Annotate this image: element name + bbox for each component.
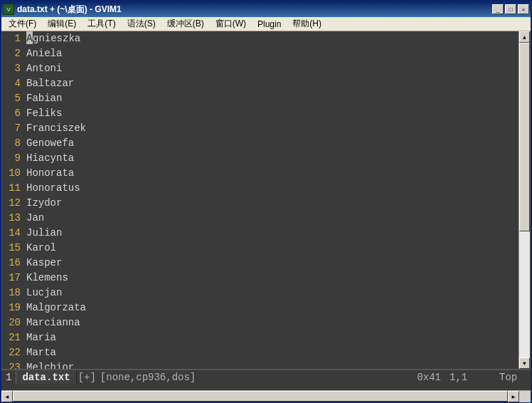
editor-line[interactable]: Jan (26, 211, 518, 226)
editor-line[interactable]: Melchior (26, 360, 518, 370)
line-text: gnieszka (33, 33, 80, 44)
menu-help[interactable]: 帮助(H) (288, 16, 326, 31)
window-controls: _ □ × (492, 4, 529, 14)
status-filename: data.txt (16, 370, 76, 384)
vscroll-track[interactable] (519, 43, 530, 357)
line-number: 6 (2, 106, 21, 121)
line-number: 12 (2, 196, 21, 211)
line-number: 21 (2, 330, 21, 345)
minimize-button[interactable]: _ (492, 4, 504, 14)
menu-buffers[interactable]: 缓冲区(B) (163, 16, 208, 31)
menu-syntax[interactable]: 语法(S) (123, 16, 160, 31)
menu-file[interactable]: 文件(F) (4, 16, 41, 31)
editor-line[interactable]: Lucjan (26, 286, 518, 300)
line-number: 17 (2, 271, 21, 286)
editor-line[interactable]: Izydor (26, 196, 518, 211)
line-number: 23 (2, 360, 21, 370)
vscroll-thumb[interactable] (519, 43, 530, 231)
line-number: 16 (2, 256, 21, 271)
editor-line[interactable]: Feliks (26, 106, 518, 121)
line-number: 9 (2, 151, 21, 166)
hscroll-thumb[interactable] (13, 391, 508, 402)
editor-line[interactable]: Klemens (26, 271, 518, 286)
editor-line[interactable]: Honorata (26, 166, 518, 181)
titlebar[interactable]: V data.txt + (~\桌面) - GVIM1 _ □ × (1, 1, 531, 17)
status-scroll-position: Top (495, 372, 531, 383)
line-number: 13 (2, 211, 21, 226)
editor-line[interactable]: Hiacynta (26, 151, 518, 166)
statusbar: 1 data.txt [+] [none,cp936,dos] 0x41 1,1… (1, 370, 531, 384)
maximize-button[interactable]: □ (505, 4, 516, 14)
window-title: data.txt + (~\桌面) - GVIM1 (17, 4, 492, 16)
line-number: 1 (2, 31, 21, 46)
menu-window[interactable]: 窗口(W) (211, 16, 250, 31)
hscroll-track[interactable] (13, 391, 508, 402)
vertical-scrollbar[interactable]: ▲ ▼ (518, 31, 530, 369)
editor-line[interactable]: Malgorzata (26, 300, 518, 315)
editor-line[interactable]: Baltazar (26, 76, 518, 91)
status-fileinfo: [none,cp936,dos] (100, 372, 200, 383)
scroll-down-button[interactable]: ▼ (519, 357, 530, 369)
line-number: 7 (2, 121, 21, 136)
status-modified-flag: [+] (77, 372, 100, 383)
editor-line[interactable]: Marta (26, 345, 518, 360)
line-number: 2 (2, 46, 21, 61)
line-number: 20 (2, 315, 21, 330)
line-number: 18 (2, 286, 21, 300)
horizontal-scrollbar[interactable]: ◄ ► (1, 390, 531, 402)
scroll-right-button[interactable]: ► (508, 391, 519, 402)
editor-line[interactable]: Maria (26, 330, 518, 345)
text-editor[interactable]: AgnieszkaAnielaAntoniBaltazarFabianFelik… (25, 31, 518, 369)
status-window-number: 1 (1, 370, 16, 384)
app-icon: V (3, 4, 14, 15)
menubar: 文件(F) 编辑(E) 工具(T) 语法(S) 缓冲区(B) 窗口(W) Plu… (1, 17, 531, 31)
close-button[interactable]: × (518, 4, 529, 14)
line-number: 4 (2, 76, 21, 91)
line-number: 10 (2, 166, 21, 181)
editor-line[interactable]: Aniela (26, 46, 518, 61)
menu-edit[interactable]: 编辑(E) (43, 16, 80, 31)
line-number: 15 (2, 241, 21, 256)
resize-grip[interactable] (519, 391, 531, 402)
cursor: A (26, 31, 33, 44)
editor-line[interactable]: Genowefa (26, 136, 518, 151)
editor-line[interactable]: Honoratus (26, 181, 518, 196)
menu-tools[interactable]: 工具(T) (83, 16, 119, 31)
line-number: 3 (2, 61, 21, 76)
editor-line[interactable]: Antoni (26, 61, 518, 76)
line-number: 5 (2, 91, 21, 106)
line-number: 19 (2, 300, 21, 315)
editor-line[interactable]: Karol (26, 241, 518, 256)
editor-line[interactable]: Kasper (26, 256, 518, 271)
editor-line[interactable]: Marcianna (26, 315, 518, 330)
command-line-area[interactable] (1, 384, 531, 390)
editor-area: 1234567891011121314151617181920212223 Ag… (1, 31, 531, 370)
line-number: 22 (2, 345, 21, 360)
menu-plugin[interactable]: Plugin (253, 18, 285, 31)
status-cursor-position: 1,1 (445, 372, 495, 383)
line-number: 14 (2, 226, 21, 241)
scroll-up-button[interactable]: ▲ (519, 31, 530, 43)
editor-line[interactable]: Franciszek (26, 121, 518, 136)
editor-line[interactable]: Fabian (26, 91, 518, 106)
scroll-left-button[interactable]: ◄ (1, 391, 13, 402)
line-number: 8 (2, 136, 21, 151)
line-number-gutter: 1234567891011121314151617181920212223 (2, 31, 25, 369)
line-number: 11 (2, 181, 21, 196)
editor-line[interactable]: Agnieszka (26, 31, 518, 46)
editor-line[interactable]: Julian (26, 226, 518, 241)
status-char-code: 0x41 (413, 372, 445, 383)
